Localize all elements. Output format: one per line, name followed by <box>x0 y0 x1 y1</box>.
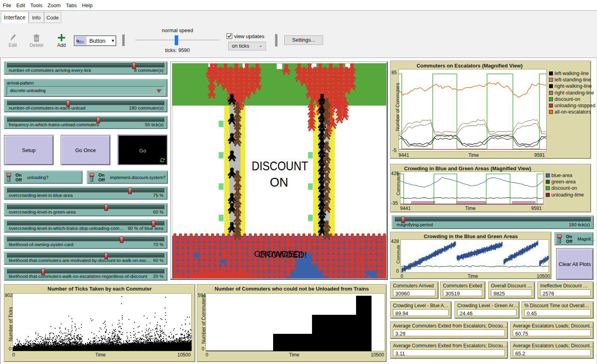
svg-text:DISCOUNT: DISCOUNT <box>252 159 308 173</box>
svg-text:ON: ON <box>270 175 289 189</box>
svg-text:CROWDED!: CROWDED! <box>258 250 307 260</box>
